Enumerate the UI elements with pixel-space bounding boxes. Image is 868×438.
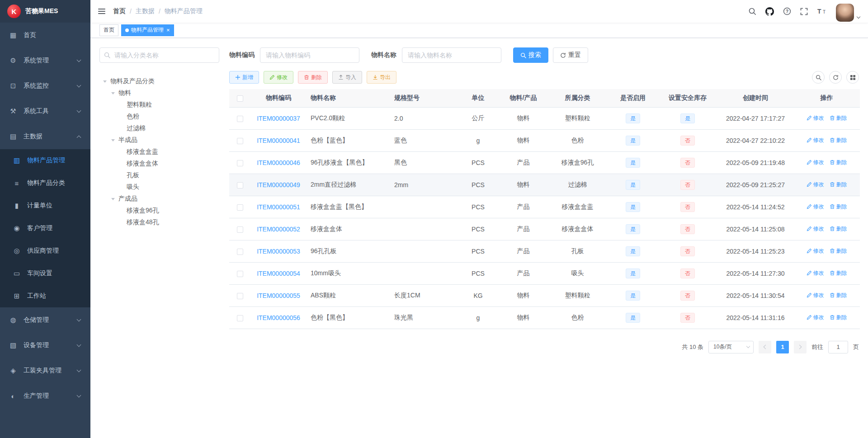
delete-link[interactable]: 删除 <box>830 292 847 299</box>
prev-page-button[interactable] <box>759 341 771 353</box>
sidebar-item[interactable]: ▤主数据 <box>0 124 90 149</box>
row-checkbox[interactable] <box>237 138 243 144</box>
material-code-link[interactable]: ITEM00000053 <box>257 248 300 255</box>
tree-node[interactable]: 吸头 <box>99 181 219 193</box>
fullscreen-icon[interactable] <box>796 0 812 23</box>
tree-node[interactable]: 过滤棉 <box>99 122 219 134</box>
tree-node[interactable]: 色粉 <box>99 111 219 122</box>
columns-button[interactable] <box>846 71 859 84</box>
sidebar-subitem[interactable]: ▭车间设置 <box>0 262 90 285</box>
sidebar-item[interactable]: ◍仓储管理 <box>0 307 90 333</box>
delete-button[interactable]: 删除 <box>298 71 328 84</box>
goto-page-input[interactable] <box>828 341 848 353</box>
font-size-icon[interactable]: TT <box>812 0 831 23</box>
tree-node[interactable]: 移液盒96孔 <box>99 205 219 217</box>
tab-item[interactable]: 首页 <box>99 24 118 36</box>
add-button[interactable]: 新增 <box>229 71 259 84</box>
toggle-search-button[interactable] <box>812 71 825 84</box>
github-icon[interactable] <box>761 0 778 23</box>
delete-link[interactable]: 删除 <box>830 181 847 188</box>
sidebar-item[interactable]: ⚒系统工具 <box>0 99 90 124</box>
tab-item[interactable]: 物料产品管理× <box>121 24 174 36</box>
export-button[interactable]: 导出 <box>367 71 396 84</box>
page-1-button[interactable]: 1 <box>776 341 789 353</box>
edit-link[interactable]: 修改 <box>807 314 824 321</box>
sidebar-item[interactable]: ⊡系统监控 <box>0 73 90 99</box>
edit-link[interactable]: 修改 <box>807 247 824 255</box>
import-button[interactable]: 导入 <box>332 71 362 84</box>
next-page-button[interactable] <box>794 341 807 353</box>
material-name-input[interactable] <box>402 47 501 63</box>
row-checkbox[interactable] <box>237 116 243 122</box>
sidebar-item[interactable]: ⚙系统管理 <box>0 48 90 73</box>
search-icon[interactable] <box>744 0 761 23</box>
search-button[interactable]: 搜索 <box>513 47 548 63</box>
row-checkbox[interactable] <box>237 293 243 299</box>
user-menu[interactable] <box>836 1 860 22</box>
select-all-checkbox[interactable] <box>237 95 243 102</box>
tree-node[interactable]: 孔板 <box>99 170 219 181</box>
tree-node[interactable]: 物料及产品分类 <box>99 75 219 87</box>
row-checkbox[interactable] <box>237 315 243 321</box>
row-checkbox[interactable] <box>237 271 243 277</box>
material-code-link[interactable]: ITEM00000051 <box>257 203 300 211</box>
edit-link[interactable]: 修改 <box>807 292 824 299</box>
category-search-input[interactable] <box>99 47 219 63</box>
edit-link[interactable]: 修改 <box>807 137 824 144</box>
close-icon[interactable]: × <box>166 27 170 33</box>
material-code-link[interactable]: ITEM00000046 <box>257 159 300 166</box>
reset-button[interactable]: 重置 <box>553 47 588 63</box>
delete-link[interactable]: 删除 <box>830 203 847 211</box>
material-code-input[interactable] <box>260 47 359 63</box>
refresh-button[interactable] <box>829 71 842 84</box>
edit-link[interactable]: 修改 <box>807 225 824 233</box>
page-size-select[interactable]: 10条/页 <box>708 341 754 353</box>
material-code-link[interactable]: ITEM00000056 <box>257 314 300 321</box>
edit-link[interactable]: 修改 <box>807 114 824 122</box>
tree-node[interactable]: 移液盒48孔 <box>99 217 219 228</box>
tree-node[interactable]: 物料 <box>99 87 219 99</box>
delete-link[interactable]: 删除 <box>830 314 847 321</box>
material-code-link[interactable]: ITEM00000054 <box>257 270 300 277</box>
delete-link[interactable]: 删除 <box>830 159 847 166</box>
breadcrumb-item[interactable]: 首页 <box>113 7 126 15</box>
tree-node[interactable]: 产成品 <box>99 193 219 205</box>
delete-link[interactable]: 删除 <box>830 114 847 122</box>
delete-link[interactable]: 删除 <box>830 225 847 233</box>
sidebar-subitem[interactable]: ▥物料产品管理 <box>0 149 90 172</box>
tree-node[interactable]: 移液盒盒体 <box>99 158 219 170</box>
material-code-link[interactable]: ITEM00000052 <box>257 226 300 233</box>
hamburger-icon[interactable] <box>90 0 113 23</box>
tree-node[interactable]: 塑料颗粒 <box>99 99 219 111</box>
sidebar-subitem[interactable]: ⊞工作站 <box>0 285 90 307</box>
sidebar-item[interactable]: ◐生产管理 <box>0 383 90 409</box>
edit-link[interactable]: 修改 <box>807 269 824 277</box>
app-logo[interactable]: K 苦糖果MES <box>0 0 90 23</box>
sidebar-subitem[interactable]: ≡物料产品分类 <box>0 172 90 194</box>
sidebar-item[interactable]: ◈工装夹具管理 <box>0 358 90 383</box>
material-code-link[interactable]: ITEM00000041 <box>257 137 300 144</box>
sidebar-subitem[interactable]: ◉客户管理 <box>0 217 90 240</box>
edit-link[interactable]: 修改 <box>807 203 824 211</box>
sidebar-subitem[interactable]: ◎供应商管理 <box>0 240 90 262</box>
tree-node[interactable]: 移液盒盒盖 <box>99 146 219 158</box>
row-checkbox[interactable] <box>237 226 243 233</box>
row-checkbox[interactable] <box>237 182 243 188</box>
help-icon[interactable]: ? <box>778 0 796 23</box>
sidebar-subitem[interactable]: ▮计量单位 <box>0 194 90 217</box>
delete-link[interactable]: 删除 <box>830 269 847 277</box>
row-checkbox[interactable] <box>237 249 243 255</box>
delete-link[interactable]: 删除 <box>830 137 847 144</box>
edit-link[interactable]: 修改 <box>807 159 824 166</box>
tree-node[interactable]: 半成品 <box>99 134 219 146</box>
row-checkbox[interactable] <box>237 204 243 211</box>
edit-button[interactable]: 修改 <box>264 71 293 84</box>
material-code-link[interactable]: ITEM00000055 <box>257 292 300 299</box>
delete-link[interactable]: 删除 <box>830 247 847 255</box>
material-code-link[interactable]: ITEM00000049 <box>257 181 300 188</box>
material-code-link[interactable]: ITEM00000037 <box>257 115 300 122</box>
edit-link[interactable]: 修改 <box>807 181 824 188</box>
sidebar-item[interactable]: ▧设备管理 <box>0 333 90 358</box>
sidebar-item[interactable]: ▦首页 <box>0 23 90 48</box>
row-checkbox[interactable] <box>237 160 243 166</box>
